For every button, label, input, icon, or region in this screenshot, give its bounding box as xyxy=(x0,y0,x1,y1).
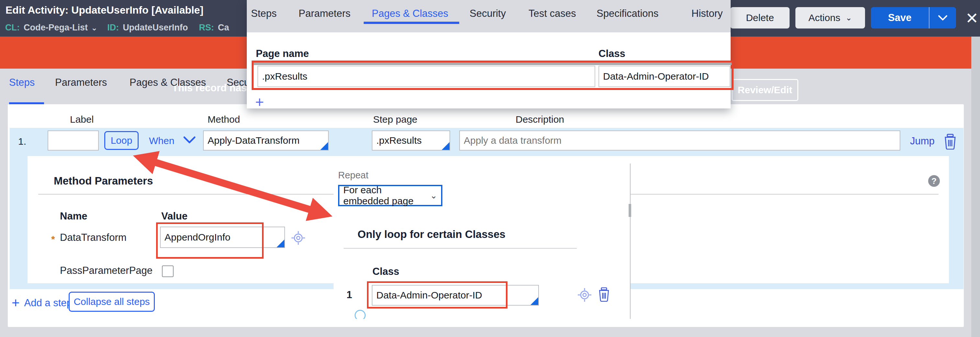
tab-parameters[interactable]: Parameters xyxy=(55,77,107,88)
passparameterpage-checkbox[interactable] xyxy=(162,265,173,277)
help-icon[interactable]: ? xyxy=(928,175,940,187)
save-options-button[interactable] xyxy=(929,7,956,29)
repeat-flyout-panel: Repeat For each embedded page ⌄ Only loo… xyxy=(334,164,630,319)
cl-value[interactable]: Code-Pega-List xyxy=(24,23,88,32)
id-value: UpdateUserInfo xyxy=(123,23,188,32)
page-name-input-wrap xyxy=(258,66,595,87)
repeat-label: Repeat xyxy=(338,170,369,181)
rs-label: RS: xyxy=(199,23,214,32)
autocomplete-corner-icon xyxy=(530,297,538,305)
save-split-button: Save xyxy=(871,7,956,29)
value-column-header: Value xyxy=(161,210,188,222)
loop-classes-title: Only loop for certain Classes xyxy=(358,228,506,240)
overlay-tab-steps[interactable]: Steps xyxy=(251,8,277,19)
actions-button[interactable]: Actions ⌄ xyxy=(795,7,865,29)
chevron-down-icon xyxy=(938,15,948,21)
loop-button[interactable]: Loop xyxy=(104,131,138,150)
method-input[interactable] xyxy=(208,135,324,146)
row-divider xyxy=(254,62,732,65)
datatransform-value-input[interactable] xyxy=(164,232,280,243)
add-row-icon[interactable]: + xyxy=(255,93,264,111)
plus-icon: + xyxy=(12,298,20,308)
pega-activity-editor: Edit Activity: UpdateUserInfo [Available… xyxy=(0,0,980,337)
class-input-wrap xyxy=(372,285,539,305)
collapse-all-steps-button[interactable]: Collapse all steps xyxy=(68,292,155,312)
autocomplete-corner-icon xyxy=(442,142,450,150)
overlay-tab-specifications[interactable]: Specifications xyxy=(597,8,659,19)
repeat-selected-value: For each embedded page xyxy=(343,184,430,207)
description-column-header: Description xyxy=(515,114,564,125)
step-page-input-wrap xyxy=(372,130,450,151)
class-header: Class xyxy=(598,48,625,60)
delete-class-trash-icon[interactable] xyxy=(598,287,611,302)
step-label-input[interactable] xyxy=(52,135,94,146)
overlay-tab-pages-classes[interactable]: Pages & Classes xyxy=(372,8,448,19)
step-page-input[interactable] xyxy=(376,135,445,146)
overlay-tab-parameters[interactable]: Parameters xyxy=(299,8,350,19)
overlay-tab-security[interactable]: Security xyxy=(469,8,506,19)
banner-message: This record has xyxy=(0,82,247,94)
close-icon[interactable]: ✕ xyxy=(964,10,980,27)
autocomplete-corner-icon xyxy=(320,142,328,150)
save-button[interactable]: Save xyxy=(871,7,929,29)
chevron-down-icon[interactable] xyxy=(183,136,196,144)
name-column-header: Name xyxy=(60,210,87,222)
pages-classes-overlay: Steps Parameters Pages & Classes Securit… xyxy=(247,0,731,108)
param-value-input-wrap xyxy=(160,227,285,248)
delete-step-trash-icon[interactable] xyxy=(943,134,957,149)
repeat-select[interactable]: For each embedded page ⌄ xyxy=(338,185,442,206)
page-name-input[interactable] xyxy=(262,71,591,82)
rs-value: Ca xyxy=(218,23,229,32)
open-rule-crosshair-icon[interactable] xyxy=(291,230,306,245)
step-number: 1. xyxy=(18,136,26,147)
record-meta: CL:Code-Pega-List⌄ID:UpdateUserInfoRS:Ca xyxy=(5,23,240,33)
add-step-link[interactable]: + Add a step xyxy=(12,297,72,309)
required-marker: * xyxy=(51,234,55,245)
page-title: Edit Activity: UpdateUserInfo [Available… xyxy=(5,4,204,16)
actions-label: Actions xyxy=(808,12,840,23)
overlay-tab-bar: Steps Parameters Pages & Classes Securit… xyxy=(247,0,731,32)
autocomplete-corner-icon xyxy=(277,240,284,247)
step-page-column-header: Step page xyxy=(373,114,417,125)
review-edit-button[interactable]: Review/Edit xyxy=(732,79,798,101)
open-rule-crosshair-icon[interactable] xyxy=(577,288,592,302)
tab-steps[interactable]: Steps xyxy=(9,77,35,88)
id-label: ID: xyxy=(107,23,119,32)
chevron-down-icon: ⌄ xyxy=(846,13,852,22)
cl-label: CL: xyxy=(5,23,20,32)
flyout-scrollbar-track[interactable] xyxy=(630,164,630,319)
class-row-number: 1 xyxy=(347,289,352,301)
overlay-tab-test-cases[interactable]: Test cases xyxy=(528,8,576,19)
page-name-header: Page name xyxy=(256,48,309,60)
param-name: DataTransform xyxy=(60,232,127,243)
flyout-scrollbar-thumb[interactable] xyxy=(628,204,631,217)
jump-link[interactable]: Jump xyxy=(910,135,935,147)
class-column-header: Class xyxy=(372,266,399,277)
chevron-down-icon[interactable]: ⌄ xyxy=(91,23,97,32)
page-class-input[interactable] xyxy=(603,71,726,82)
method-column-header: Method xyxy=(208,114,240,125)
method-parameters-title: Method Parameters xyxy=(54,175,153,187)
overlay-tab-history[interactable]: History xyxy=(692,8,722,19)
active-tab-underline xyxy=(364,22,459,24)
chevron-down-icon: ⌄ xyxy=(430,191,437,201)
loop-class-input[interactable] xyxy=(376,290,535,301)
add-class-icon[interactable] xyxy=(355,310,366,319)
tab-pages-classes[interactable]: Pages & Classes xyxy=(130,77,206,88)
add-step-label: Add a step xyxy=(24,297,72,309)
delete-button[interactable]: Delete xyxy=(730,7,789,29)
page-class-input-wrap xyxy=(598,66,730,87)
description-input-wrap xyxy=(459,130,900,151)
page-scrollbar[interactable] xyxy=(971,37,980,337)
divider xyxy=(344,248,577,249)
when-link[interactable]: When xyxy=(149,135,174,146)
label-column-header: Label xyxy=(70,114,94,125)
description-input[interactable] xyxy=(464,135,896,146)
method-input-wrap xyxy=(203,130,329,151)
step-label-input-wrap xyxy=(48,130,99,151)
param-name: PassParameterPage xyxy=(60,265,153,277)
